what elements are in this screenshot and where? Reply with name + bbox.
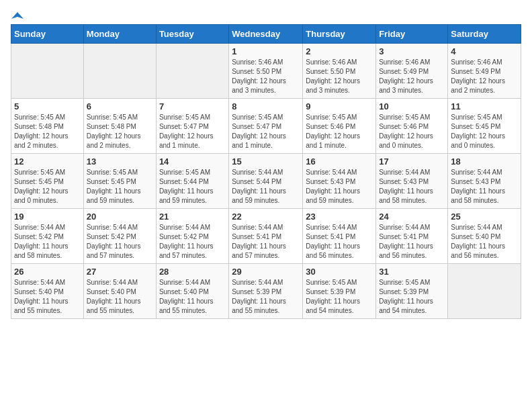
logo-bird-icon	[11, 11, 24, 21]
day-cell: 23Sunrise: 5:44 AM Sunset: 5:41 PM Dayli…	[303, 209, 376, 264]
day-cell: 15Sunrise: 5:44 AM Sunset: 5:44 PM Dayli…	[229, 154, 303, 209]
day-cell: 12Sunrise: 5:45 AM Sunset: 5:45 PM Dayli…	[11, 154, 84, 209]
day-cell: 28Sunrise: 5:44 AM Sunset: 5:40 PM Dayli…	[156, 264, 228, 319]
weekday-header-row: SundayMondayTuesdayWednesdayThursdayFrid…	[11, 25, 521, 44]
day-cell: 16Sunrise: 5:44 AM Sunset: 5:43 PM Dayli…	[303, 154, 376, 209]
day-number: 29	[232, 267, 300, 277]
day-cell: 14Sunrise: 5:45 AM Sunset: 5:44 PM Dayli…	[156, 154, 228, 209]
day-info: Sunrise: 5:44 AM Sunset: 5:44 PM Dayligh…	[232, 168, 300, 205]
day-number: 27	[87, 267, 153, 277]
day-cell: 25Sunrise: 5:44 AM Sunset: 5:40 PM Dayli…	[448, 209, 521, 264]
logo	[11, 11, 24, 19]
day-cell: 8Sunrise: 5:45 AM Sunset: 5:47 PM Daylig…	[229, 99, 303, 154]
day-info: Sunrise: 5:44 AM Sunset: 5:40 PM Dayligh…	[87, 278, 153, 316]
day-cell: 5Sunrise: 5:45 AM Sunset: 5:48 PM Daylig…	[11, 99, 84, 154]
day-number: 30	[306, 267, 373, 277]
day-number: 23	[306, 212, 373, 222]
day-info: Sunrise: 5:45 AM Sunset: 5:46 PM Dayligh…	[379, 113, 445, 150]
day-cell: 27Sunrise: 5:44 AM Sunset: 5:40 PM Dayli…	[83, 264, 156, 319]
day-number: 20	[87, 212, 153, 222]
day-info: Sunrise: 5:45 AM Sunset: 5:47 PM Dayligh…	[232, 113, 300, 150]
day-number: 18	[451, 156, 518, 167]
day-number: 17	[379, 156, 445, 167]
day-number: 5	[14, 101, 81, 111]
day-info: Sunrise: 5:44 AM Sunset: 5:41 PM Dayligh…	[379, 223, 445, 261]
day-number: 26	[14, 267, 81, 277]
weekday-header-saturday: Saturday	[448, 25, 521, 44]
day-cell: 19Sunrise: 5:44 AM Sunset: 5:42 PM Dayli…	[11, 209, 84, 264]
day-cell	[156, 44, 228, 99]
day-info: Sunrise: 5:45 AM Sunset: 5:48 PM Dayligh…	[87, 113, 153, 150]
day-info: Sunrise: 5:44 AM Sunset: 5:40 PM Dayligh…	[451, 223, 518, 261]
day-cell: 4Sunrise: 5:46 AM Sunset: 5:49 PM Daylig…	[448, 44, 521, 99]
day-info: Sunrise: 5:45 AM Sunset: 5:39 PM Dayligh…	[306, 278, 373, 316]
day-info: Sunrise: 5:44 AM Sunset: 5:42 PM Dayligh…	[14, 223, 81, 261]
day-cell: 22Sunrise: 5:44 AM Sunset: 5:41 PM Dayli…	[229, 209, 303, 264]
day-info: Sunrise: 5:45 AM Sunset: 5:45 PM Dayligh…	[451, 113, 518, 150]
day-number: 10	[379, 101, 445, 111]
day-info: Sunrise: 5:45 AM Sunset: 5:39 PM Dayligh…	[379, 278, 445, 316]
day-info: Sunrise: 5:44 AM Sunset: 5:43 PM Dayligh…	[306, 168, 373, 205]
calendar-body: 1Sunrise: 5:46 AM Sunset: 5:50 PM Daylig…	[11, 44, 521, 319]
weekday-header-sunday: Sunday	[11, 25, 84, 44]
day-number: 8	[232, 101, 300, 111]
day-cell: 9Sunrise: 5:45 AM Sunset: 5:46 PM Daylig…	[303, 99, 376, 154]
day-number: 13	[87, 156, 153, 167]
day-cell: 21Sunrise: 5:44 AM Sunset: 5:42 PM Dayli…	[156, 209, 228, 264]
weekday-header-tuesday: Tuesday	[156, 25, 228, 44]
svg-marker-0	[11, 12, 24, 19]
day-cell	[11, 44, 84, 99]
day-info: Sunrise: 5:44 AM Sunset: 5:40 PM Dayligh…	[14, 278, 81, 316]
day-info: Sunrise: 5:44 AM Sunset: 5:43 PM Dayligh…	[379, 168, 445, 205]
day-info: Sunrise: 5:44 AM Sunset: 5:42 PM Dayligh…	[159, 223, 226, 261]
day-cell: 13Sunrise: 5:45 AM Sunset: 5:45 PM Dayli…	[83, 154, 156, 209]
day-number: 31	[379, 267, 445, 277]
day-number: 9	[306, 101, 373, 111]
day-cell: 10Sunrise: 5:45 AM Sunset: 5:46 PM Dayli…	[376, 99, 448, 154]
weekday-header-monday: Monday	[83, 25, 156, 44]
day-number: 3	[379, 46, 445, 56]
day-number: 15	[232, 156, 300, 167]
day-info: Sunrise: 5:45 AM Sunset: 5:48 PM Dayligh…	[14, 113, 81, 150]
day-number: 16	[306, 156, 373, 167]
day-number: 12	[14, 156, 81, 167]
calendar-table: SundayMondayTuesdayWednesdayThursdayFrid…	[11, 24, 521, 319]
day-number: 22	[232, 212, 300, 222]
day-info: Sunrise: 5:46 AM Sunset: 5:49 PM Dayligh…	[379, 58, 445, 95]
day-cell: 11Sunrise: 5:45 AM Sunset: 5:45 PM Dayli…	[448, 99, 521, 154]
day-info: Sunrise: 5:44 AM Sunset: 5:42 PM Dayligh…	[87, 223, 153, 261]
day-number: 14	[159, 156, 226, 167]
day-info: Sunrise: 5:44 AM Sunset: 5:41 PM Dayligh…	[232, 223, 300, 261]
day-info: Sunrise: 5:44 AM Sunset: 5:40 PM Dayligh…	[159, 278, 226, 316]
day-cell: 31Sunrise: 5:45 AM Sunset: 5:39 PM Dayli…	[376, 264, 448, 319]
day-number: 6	[87, 101, 153, 111]
day-info: Sunrise: 5:46 AM Sunset: 5:50 PM Dayligh…	[306, 58, 373, 95]
day-cell: 30Sunrise: 5:45 AM Sunset: 5:39 PM Dayli…	[303, 264, 376, 319]
day-cell: 24Sunrise: 5:44 AM Sunset: 5:41 PM Dayli…	[376, 209, 448, 264]
day-cell: 29Sunrise: 5:44 AM Sunset: 5:39 PM Dayli…	[229, 264, 303, 319]
weekday-header-wednesday: Wednesday	[229, 25, 303, 44]
day-info: Sunrise: 5:46 AM Sunset: 5:49 PM Dayligh…	[451, 58, 518, 95]
day-number: 7	[159, 101, 226, 111]
week-row-4: 19Sunrise: 5:44 AM Sunset: 5:42 PM Dayli…	[11, 209, 521, 264]
day-number: 24	[379, 212, 445, 222]
day-number: 1	[232, 46, 300, 56]
day-number: 25	[451, 212, 518, 222]
day-cell: 26Sunrise: 5:44 AM Sunset: 5:40 PM Dayli…	[11, 264, 84, 319]
day-number: 4	[451, 46, 518, 56]
day-info: Sunrise: 5:45 AM Sunset: 5:45 PM Dayligh…	[87, 168, 153, 205]
day-number: 28	[159, 267, 226, 277]
day-cell: 6Sunrise: 5:45 AM Sunset: 5:48 PM Daylig…	[83, 99, 156, 154]
day-number: 11	[451, 101, 518, 111]
day-cell: 7Sunrise: 5:45 AM Sunset: 5:47 PM Daylig…	[156, 99, 228, 154]
day-info: Sunrise: 5:45 AM Sunset: 5:44 PM Dayligh…	[159, 168, 226, 205]
week-row-1: 1Sunrise: 5:46 AM Sunset: 5:50 PM Daylig…	[11, 44, 521, 99]
week-row-3: 12Sunrise: 5:45 AM Sunset: 5:45 PM Dayli…	[11, 154, 521, 209]
day-number: 21	[159, 212, 226, 222]
week-row-5: 26Sunrise: 5:44 AM Sunset: 5:40 PM Dayli…	[11, 264, 521, 319]
day-cell: 3Sunrise: 5:46 AM Sunset: 5:49 PM Daylig…	[376, 44, 448, 99]
day-cell: 18Sunrise: 5:44 AM Sunset: 5:43 PM Dayli…	[448, 154, 521, 209]
calendar-header: SundayMondayTuesdayWednesdayThursdayFrid…	[11, 25, 521, 44]
day-cell: 17Sunrise: 5:44 AM Sunset: 5:43 PM Dayli…	[376, 154, 448, 209]
day-info: Sunrise: 5:44 AM Sunset: 5:41 PM Dayligh…	[306, 223, 373, 261]
